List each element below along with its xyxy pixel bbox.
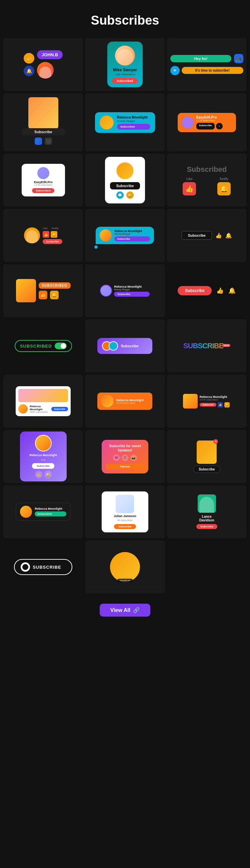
toggle-switch[interactable]	[55, 343, 67, 349]
subscribed-toggle[interactable]: SUBSCRIBED	[15, 340, 72, 352]
easyedit-chevron[interactable]: ›	[216, 123, 223, 129]
ppc-bell-icon[interactable]: 🔔	[44, 471, 52, 478]
rac-sub-btn[interactable]: Subscribe	[114, 292, 150, 297]
rsc-thumb-icon[interactable]: 👍	[218, 402, 223, 407]
bell-small-icon[interactable]: 🔔	[51, 231, 57, 238]
rrc-name: Rebecca Moonlight	[35, 507, 66, 510]
cell-man-photo: easyedit.pro	[85, 540, 165, 594]
rbb-sub-btn[interactable]: Subscribe	[114, 237, 150, 241]
rebecca-speech-card: Rebecca Moonlight Beauty Blogger Subscri…	[96, 227, 154, 244]
view-all-button[interactable]: View All 🔗	[100, 603, 150, 617]
lance-sub-btn[interactable]: Subscribe	[196, 524, 217, 529]
sp-music-icon[interactable]: 🎵	[122, 455, 128, 461]
bell-icon[interactable]: 🔔	[24, 66, 34, 76]
subscribe-red-pill[interactable]: Subscribe	[178, 286, 212, 295]
rrc-sub-btn[interactable]: Subscribed	[35, 512, 66, 517]
johnb-avatar	[37, 62, 54, 79]
hey-top-row: Hey ho! 📺	[170, 54, 243, 63]
telegram-icon[interactable]: ✈	[170, 66, 180, 75]
rsc-bell-icon[interactable]: 🔔	[224, 402, 230, 407]
page-title: Subscribes	[0, 0, 250, 38]
subscribe-purple-text[interactable]: Subscribe	[121, 344, 148, 348]
rebecca-alt-card: Rebecca Moonlight Beauty Blogger Subscri…	[97, 282, 152, 299]
bell-icon[interactable]: 🔔	[225, 232, 232, 239]
rrc-text: Rebecca Moonlight Subscribed	[35, 507, 66, 517]
cell4-icons: 💙 ⬛	[22, 137, 65, 145]
rbb-avatar	[100, 229, 112, 241]
scb-text: SUBSCRIBE	[33, 565, 61, 570]
ew-sub-btn[interactable]: Subscribed	[32, 188, 55, 193]
bell-sq-icon[interactable]: 🔔	[50, 291, 59, 299]
julian-card: Julian Jameson 4K subscribers Subscribe	[102, 491, 148, 532]
thumb-icon[interactable]: 👍	[24, 53, 34, 64]
sp-heart-icon[interactable]: 💜	[113, 455, 120, 461]
dark-icon[interactable]: ⬛	[45, 137, 52, 145]
like-icon[interactable]: 👍	[183, 182, 196, 195]
telegram-row: ✈ It's time to subscribe!	[170, 66, 243, 75]
sp-patreon-btn[interactable]: Patreon	[106, 464, 144, 469]
ppc-icons: 👍 🔔	[35, 471, 52, 478]
thumb-dark-icon[interactable]: 👍	[215, 286, 225, 296]
rebecca-text: Rebecca Moonlight Beauty Blogger Subscri…	[117, 116, 150, 129]
chat-icon[interactable]: 💬	[116, 191, 124, 199]
subscribe-circle-card: Subscribe 💬 🔔	[105, 157, 145, 204]
easyedit-name: EasyEdit.Pro	[196, 116, 232, 119]
speech-wrapper: Rebecca Moonlight Beauty Blogger Subscri…	[96, 227, 154, 244]
subscribe-time-pill[interactable]: It's time to subscribe!	[182, 67, 243, 74]
like-small-label: Like	[43, 227, 48, 230]
easyedit-avatar	[182, 117, 194, 128]
cell-purple-person: Rebecca Moonlight 3 M Subscribe 👍 🔔	[3, 430, 83, 483]
ch-sub-btn[interactable]: Subscribe	[51, 407, 68, 411]
ch-name: Rebecca Moonlight	[30, 405, 49, 411]
cell-rebecca-speech: Rebecca Moonlight Beauty Blogger Subscri…	[85, 209, 165, 262]
ppc-thumb-icon[interactable]: 👍	[35, 471, 42, 478]
ppc-name: Rebecca Moonlight	[29, 454, 57, 457]
bell-dark-icon[interactable]: 🔔	[228, 287, 236, 294]
cell-subscribe-circle: Subscribe 💬 🔔	[85, 154, 165, 207]
subscribe-dark-btn[interactable]: Subscribe	[22, 128, 65, 135]
rebecca-sub-btn[interactable]: Subscribed	[117, 124, 150, 129]
roc-subs: 3.3 M Same Users	[116, 402, 148, 404]
woman-subscribe-card: 3 Subscribe	[194, 440, 220, 473]
ch-subs: 280K subscribers	[30, 411, 49, 413]
ch-avatar	[18, 404, 28, 413]
subscribe-plain-btn[interactable]: Subscribe	[182, 231, 212, 240]
notify-label: Notify	[220, 177, 228, 181]
sp-icons-row: 💜 🎵 📸	[106, 455, 144, 461]
cell-subscribe-purple: Subscribe	[85, 319, 165, 373]
cell-channel-card: Rebecca Moonlight 280K subscribers Subsc…	[3, 375, 83, 428]
sp-camera-icon[interactable]: 📸	[130, 455, 137, 461]
rsc-sub-btn[interactable]: Subscribe	[200, 403, 216, 406]
wsc-notif-badge: 3	[213, 439, 218, 444]
subscribe-red-btn[interactable]: Subscribe	[43, 239, 62, 244]
thumb-icon[interactable]: 👍	[215, 232, 222, 239]
rebecca-name: Rebecca Moonlight	[117, 116, 150, 119]
easyedit-sub-btn[interactable]: Subscribe	[196, 123, 215, 129]
mike-name: Mike Sawyer	[113, 68, 137, 72]
roc-name: Rebecca Moonlight	[116, 399, 148, 402]
easyedit-badge: easyedit.pro	[118, 579, 133, 582]
view-all-icon: 🔗	[133, 607, 140, 613]
cell-subscribe-logo: SUBSCRIBENEW	[167, 319, 247, 373]
sp-title: Subscribe for sweet Updates!	[106, 444, 144, 453]
lance-name: Lance Davidson	[199, 515, 214, 522]
mike-subscribed-btn[interactable]: Subscribed	[112, 78, 138, 84]
rsc-name: Rebecca Moonlight	[200, 395, 231, 399]
julian-name: Julian Jameson	[114, 515, 136, 518]
like-sq-icon[interactable]: 👍	[39, 291, 47, 299]
subscribe-circle-btn[interactable]: SUBSCRIBE	[14, 559, 72, 575]
notify-icon[interactable]: 🔔	[217, 182, 231, 195]
rebecca-orange-card: Rebecca Moonlight 3.3 M Same Users	[97, 393, 152, 410]
ppc-sub-btn[interactable]: Subscribe	[32, 463, 54, 469]
julian-sub-btn[interactable]: Subscribe	[114, 524, 136, 529]
subscribe-dark-btn[interactable]: Subscribe	[110, 182, 140, 189]
bell-icon[interactable]: 🔔	[126, 191, 134, 199]
subscribed-inner: SUBSCRIBED 👍 🔔	[16, 279, 71, 302]
like-small-icon[interactable]: 👍	[43, 231, 49, 238]
ppc-sub-text: Subscribe	[37, 464, 50, 467]
channel-icon-box[interactable]: 📺	[234, 54, 243, 63]
rac-avatar	[100, 285, 112, 297]
johnb-label[interactable]: JOHN.B	[37, 50, 63, 59]
blue-icon[interactable]: 💙	[35, 137, 42, 145]
wsc-subscribe-btn[interactable]: Subscribe	[194, 466, 220, 473]
